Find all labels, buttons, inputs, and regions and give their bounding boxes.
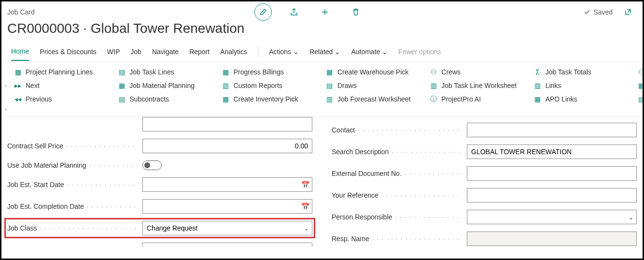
form-left-column: x Contract Sell Price Use Job Material P… bbox=[7, 123, 312, 246]
use-job-material-planning-toggle[interactable] bbox=[142, 160, 162, 170]
field-label: Search Description bbox=[332, 148, 462, 156]
field-sub-level-to-job-no: Sub-Level to Job No. ⌄ bbox=[7, 243, 312, 246]
contract-sell-price-input[interactable] bbox=[142, 139, 312, 153]
form-right-column: Contact Search Description External Docu… bbox=[332, 123, 637, 246]
truncated-input[interactable] bbox=[142, 117, 312, 131]
ribbon-post-prepayment-invoice[interactable]: ▤Post Prepayment Invoice. bbox=[638, 95, 639, 103]
ribbon-projectpro-ai[interactable]: ⓘProjectPro AI bbox=[430, 95, 526, 103]
info-icon: ⓘ bbox=[430, 95, 437, 103]
popout-button[interactable] bbox=[619, 3, 637, 21]
tab-separator bbox=[258, 46, 258, 57]
trash-icon bbox=[352, 8, 360, 16]
your-reference-input[interactable] bbox=[467, 188, 637, 202]
contacts-icon: ⚇ bbox=[638, 68, 644, 76]
edit-button[interactable] bbox=[254, 3, 272, 21]
ribbon-project-planning-lines[interactable]: ▦Project Planning Lines bbox=[14, 68, 110, 76]
saved-label: Saved bbox=[593, 8, 613, 16]
breadcrumb: Job Card bbox=[7, 8, 35, 16]
page-title: CR0000003 · Global Tower Renewation bbox=[1, 21, 643, 41]
field-search-description: Search Description bbox=[332, 144, 637, 159]
new-button[interactable] bbox=[316, 3, 334, 21]
next-icon: ▸▸ bbox=[14, 82, 22, 89]
list-icon: ▦ bbox=[14, 68, 22, 76]
field-contract-sell-price: Contract Sell Price bbox=[7, 139, 312, 153]
pick-icon: ▦ bbox=[222, 95, 230, 103]
apo-icon: ▦ bbox=[534, 95, 542, 103]
tab-analytics[interactable]: Analytics bbox=[220, 43, 247, 60]
invoice-icon: ▤ bbox=[638, 95, 644, 103]
tab-fewer-options[interactable]: Fewer options bbox=[398, 43, 441, 60]
worksheet-icon: ▥ bbox=[430, 82, 437, 89]
delete-button[interactable] bbox=[347, 3, 364, 21]
tab-home[interactable]: Home bbox=[11, 43, 29, 61]
field-job-est-completion-date: Job Est. Completion Date 📅 bbox=[7, 199, 312, 214]
ribbon-previous[interactable]: ◂◂Previous bbox=[14, 95, 110, 103]
field-resp-name: Resp. Name bbox=[332, 231, 637, 246]
field-label: Job Est. Completion Date bbox=[7, 202, 138, 210]
tab-automate[interactable]: Automate⌄ bbox=[351, 43, 388, 60]
field-your-reference: Your Reference bbox=[332, 188, 637, 202]
report-icon: ▥ bbox=[222, 82, 230, 89]
field-person-responsible: Person Responsible ⌄ bbox=[332, 210, 637, 224]
tab-wip[interactable]: WIP bbox=[107, 43, 120, 60]
sub-level-to-job-no-select[interactable] bbox=[142, 243, 312, 246]
segments-icon: ▦ bbox=[638, 82, 644, 89]
tab-navigate[interactable]: Navigate bbox=[152, 43, 179, 60]
field-label: Sub-Level to Job No. bbox=[7, 246, 138, 246]
ribbon-job-segments[interactable]: ▦Job Segments bbox=[638, 82, 639, 89]
ribbon-progress-billings[interactable]: ▦Progress Billings bbox=[222, 68, 318, 76]
ribbon-create-inventory-pick[interactable]: ▦Create Inventory Pick bbox=[222, 95, 318, 103]
field-label: Resp. Name bbox=[332, 235, 462, 243]
popout-icon bbox=[624, 8, 632, 16]
external-document-no-input[interactable] bbox=[467, 166, 637, 181]
job-est-start-date-input[interactable] bbox=[142, 177, 312, 192]
ribbon-links[interactable]: ▥Links bbox=[534, 82, 630, 89]
ribbon-custom-reports[interactable]: ▥Custom Reports bbox=[222, 82, 318, 89]
ribbon: ‹ ▦Project Planning Lines ▸▸Next ◂◂Previ… bbox=[1, 62, 643, 117]
warehouse-icon: ▦ bbox=[326, 68, 334, 76]
ribbon-scroll-right[interactable]: › bbox=[1, 105, 10, 113]
ribbon-crews[interactable]: ⚇Crews bbox=[430, 68, 526, 76]
ribbon-apo-links[interactable]: ▦APO Links bbox=[534, 95, 630, 103]
ribbon-subcontracts[interactable]: ▤Subcontracts bbox=[118, 95, 214, 103]
ribbon-next[interactable]: ▸▸Next bbox=[14, 82, 110, 89]
form-area: x Contract Sell Price Use Job Material P… bbox=[1, 117, 643, 246]
ribbon-job-forecast-worksheet[interactable]: ▥Job Forecast Worksheet bbox=[326, 95, 422, 103]
ribbon-job-task-line-worksheet[interactable]: ▥Job Task Line Worksheet bbox=[430, 82, 526, 89]
ribbon-create-warehouse-pick[interactable]: ▦Create Warehouse Pick bbox=[326, 68, 422, 76]
contract-icon: ▤ bbox=[118, 95, 126, 103]
field-label: Person Responsible bbox=[332, 213, 462, 221]
ribbon-job-contacts[interactable]: ⚇Job Contacts bbox=[638, 68, 639, 76]
tab-actions[interactable]: Actions⌄ bbox=[269, 43, 299, 60]
field-label: Contact bbox=[332, 126, 462, 134]
field-contact: Contact bbox=[332, 123, 637, 137]
planning-icon: ▦ bbox=[118, 82, 126, 89]
forecast-icon: ▥ bbox=[326, 95, 334, 103]
tab-job[interactable]: Job bbox=[130, 43, 141, 60]
ribbon-job-task-lines[interactable]: ▤Job Task Lines bbox=[118, 68, 214, 76]
billing-icon: ▦ bbox=[222, 68, 230, 76]
share-icon bbox=[290, 8, 298, 16]
plus-icon bbox=[321, 8, 329, 16]
search-description-input[interactable] bbox=[467, 144, 637, 159]
link-icon: ▥ bbox=[534, 82, 542, 89]
chevron-down-icon: ⌄ bbox=[382, 48, 388, 56]
ribbon-scroll-left[interactable]: ‹ bbox=[1, 66, 10, 105]
ribbon-job-material-planning[interactable]: ▦Job Material Planning bbox=[118, 82, 214, 89]
field-truncated: x bbox=[7, 117, 312, 131]
field-use-job-material-planning: Use Job Material Planning bbox=[7, 160, 312, 170]
tab-related[interactable]: Related⌄ bbox=[309, 43, 340, 60]
job-class-select[interactable] bbox=[142, 221, 312, 235]
job-est-completion-date-input[interactable] bbox=[142, 199, 312, 214]
contact-input[interactable] bbox=[467, 123, 637, 137]
tab-prices[interactable]: Prices & Discounts bbox=[40, 43, 96, 60]
field-label: Job Class bbox=[7, 224, 138, 232]
tab-report[interactable]: Report bbox=[189, 43, 210, 60]
share-button[interactable] bbox=[285, 3, 303, 21]
ribbon-job-task-totals[interactable]: ΣJob Task Totals bbox=[534, 68, 630, 76]
field-label: Your Reference bbox=[332, 191, 462, 199]
field-job-class: Job Class ⌄ bbox=[6, 220, 313, 236]
crews-icon: ⚇ bbox=[430, 68, 437, 76]
person-responsible-select[interactable] bbox=[467, 210, 637, 224]
ribbon-draws[interactable]: ▤Draws bbox=[326, 82, 422, 89]
